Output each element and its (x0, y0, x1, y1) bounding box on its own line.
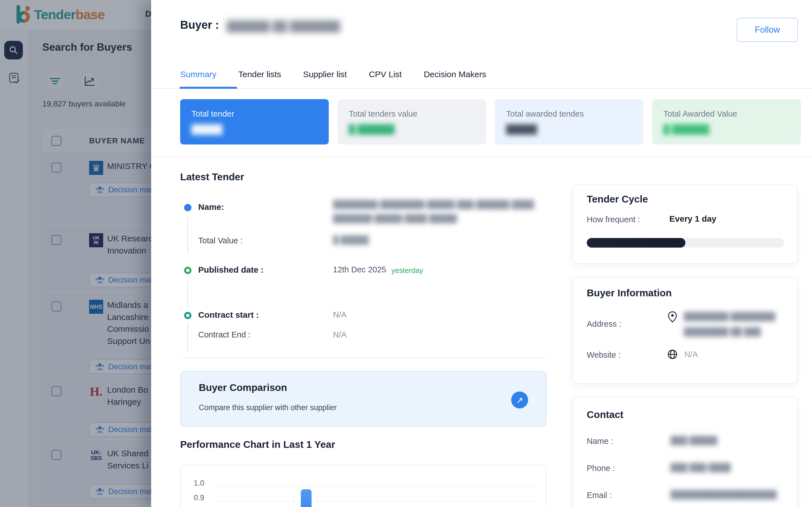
timeline-connector (187, 323, 188, 353)
how-frequent-label: How frequent : (587, 215, 640, 224)
stat-value-redacted: █████ (506, 124, 632, 134)
contract-start-value: N/A (333, 310, 347, 320)
contact-email-redacted: ███████████████████ (670, 490, 777, 499)
buyer-name-redacted: ██████ ██ ███████ (227, 20, 340, 32)
tab-bar: Summary Tender lists Supplier list CPV L… (151, 60, 812, 89)
address-label: Address : (587, 320, 621, 329)
contact-email-label: Email : (587, 491, 612, 500)
timeline-connector (187, 280, 188, 307)
contract-start-label: Contract start : (198, 310, 259, 320)
stat-total-tenders-value[interactable]: Total tenders value █ ██████ (338, 99, 486, 145)
section-divider (180, 358, 546, 358)
timeline-connector (187, 217, 188, 253)
stat-label: Total tenders value (349, 109, 475, 119)
published-relative-badge: yesterday (391, 266, 423, 275)
tender-cycle-card: Tender Cycle How frequent : Every 1 day (573, 184, 798, 264)
y-axis-tick: 0.9 (194, 494, 216, 502)
how-frequent-value: Every 1 day (669, 214, 716, 224)
buyer-label: Buyer : (180, 18, 219, 31)
globe-icon (667, 349, 678, 360)
contact-phone-redacted: ███ ███ ████ (670, 463, 731, 472)
published-date-value: 12th Dec 2025 (333, 265, 386, 274)
tender-name-redacted-line1: ████████ ████████ █████ ███ ██████ ████ (333, 200, 534, 209)
contact-name-label: Name : (587, 437, 613, 446)
arrow-up-right-icon: ↗ (516, 395, 523, 405)
stat-value-redacted: █████ (192, 124, 317, 134)
y-axis-tick: 1.0 (194, 479, 216, 488)
timeline-dot-contract-start (184, 312, 192, 319)
stat-value-redacted: █ ██████ (349, 124, 475, 134)
performance-chart: 1.0 0.9 (180, 465, 546, 507)
total-value-redacted: █ █████ (333, 235, 369, 244)
stat-cards: Total tender █████ Total tenders value █… (180, 99, 801, 145)
performance-chart-heading: Performance Chart in Last 1 Year (180, 439, 335, 450)
contact-title: Contact (587, 409, 623, 420)
stat-total-tender[interactable]: Total tender █████ (180, 99, 329, 145)
total-value-label: Total Value : (198, 236, 243, 245)
website-value: N/A (684, 350, 698, 359)
gridline (214, 501, 536, 502)
contact-card: Contact Name : ███ █████ Phone : ███ ███… (573, 397, 798, 507)
gridline (214, 487, 536, 487)
address-redacted-line2: ████████ ██ ███ (684, 327, 761, 336)
tab-tender-lists[interactable]: Tender lists (238, 60, 281, 88)
contract-end-value: N/A (333, 330, 347, 339)
hover-guide (294, 495, 294, 507)
open-comparison-button[interactable]: ↗ (511, 392, 528, 408)
published-date-label: Published date : (198, 265, 264, 275)
buyer-information-title: Buyer Information (587, 287, 672, 298)
stat-label: Total tender (192, 109, 317, 119)
timeline-dot-name (184, 204, 192, 211)
stat-total-awarded-value[interactable]: Total Awarded Value █ ██████ (652, 99, 801, 145)
tab-decision-makers[interactable]: Decision Makers (424, 60, 486, 88)
stat-label: Total Awarded Value (663, 109, 790, 119)
timeline-dot-published (184, 267, 192, 274)
tender-cycle-progress-fill (587, 238, 686, 247)
name-label: Name: (198, 202, 224, 212)
contact-phone-label: Phone : (587, 464, 615, 473)
buyer-comparison-card[interactable]: Buyer Comparison Compare this supplier w… (180, 371, 546, 427)
stat-value-redacted: █ ██████ (663, 124, 790, 134)
buyer-information-card: Buyer Information Address : ████████ ███… (573, 277, 798, 384)
latest-tender-heading: Latest Tender (180, 171, 244, 182)
tender-name-redacted-line2: ███████ █████ ████ █████ (333, 214, 457, 223)
hover-guide (318, 495, 318, 507)
buyer-comparison-subtitle: Compare this supplier with other supplie… (199, 403, 337, 412)
tender-cycle-progress (587, 238, 784, 247)
follow-button[interactable]: Follow (737, 18, 798, 42)
website-label: Website : (587, 350, 620, 360)
address-redacted-line1: ████████ ████████ (684, 312, 775, 321)
tab-summary[interactable]: Summary (180, 60, 216, 88)
location-pin-icon (667, 311, 677, 323)
tab-supplier-list[interactable]: Supplier list (303, 60, 347, 88)
chart-bar[interactable] (301, 489, 312, 507)
stat-total-awarded-tenders[interactable]: Total awarded tendes █████ (495, 99, 644, 145)
buyer-detail-panel: Buyer : ██████ ██ ███████ Follow Summary… (151, 0, 812, 507)
contract-end-label: Contract End : (198, 330, 250, 339)
stat-label: Total awarded tendes (506, 109, 632, 119)
tender-cycle-title: Tender Cycle (587, 193, 648, 205)
contact-name-redacted: ███ █████ (670, 436, 717, 445)
tab-cpv-list[interactable]: CPV List (369, 60, 402, 88)
section-divider (151, 157, 812, 157)
buyer-comparison-title: Buyer Comparison (199, 382, 287, 393)
